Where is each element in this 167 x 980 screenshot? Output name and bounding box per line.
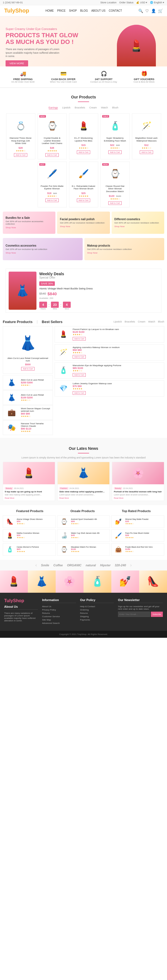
countdown-secs: 4 Secs: [63, 302, 71, 310]
footer-link-returns[interactable]: Returns: [42, 612, 76, 614]
nav-about[interactable]: ABOUT US: [91, 9, 106, 12]
add-to-cart-button[interactable]: Add to Cart: [108, 201, 121, 205]
fp-tab-cream[interactable]: Cream: [138, 320, 145, 323]
footer-link-sitemap[interactable]: Site Map: [42, 619, 76, 621]
language-selector[interactable]: 🌐 English ▾: [150, 1, 164, 4]
promo-shop-now[interactable]: Shop Now: [87, 251, 161, 254]
weekly-deals-discount: SAVE 30%: [39, 282, 55, 286]
fp-tab-watch[interactable]: Watch: [148, 320, 155, 323]
fp-tab-blush[interactable]: Blush: [158, 320, 164, 323]
product-image: 🪄: [135, 116, 157, 135]
add-to-cart-button[interactable]: Add to Cart: [108, 150, 121, 154]
prev-brand-arrow[interactable]: ‹: [35, 563, 37, 568]
promo-shop-now[interactable]: Shop Now: [6, 226, 53, 229]
gallery-item: 🌸: [56, 571, 84, 593]
footer-link-ordering[interactable]: Ordering: [80, 609, 114, 611]
tab-bracelets[interactable]: Bracelets: [75, 106, 85, 109]
fp-tab-bracelets[interactable]: Bracelets: [125, 320, 135, 323]
feature-shipping-desc: On All Order Over $100: [3, 81, 43, 83]
product-old-price: $180: [116, 195, 121, 197]
tab-watch[interactable]: Watch: [101, 106, 108, 109]
user-icon[interactable]: 👤: [151, 9, 156, 13]
promo-shop-now[interactable]: Shop Now: [114, 225, 161, 228]
promo-shop-now[interactable]: Shop Now: [6, 251, 80, 254]
news-image: 💄: [3, 462, 55, 484]
next-brand-arrow[interactable]: ›: [130, 563, 132, 568]
fp-right-price: $85 $100: [73, 367, 162, 369]
footer-link-help[interactable]: Help & Contact: [80, 605, 114, 608]
hero-cta-button[interactable]: VIEW MORE: [6, 60, 28, 67]
secs-box: 4: [63, 302, 71, 308]
add-to-cart-button[interactable]: Add to Cart: [45, 153, 58, 157]
add-to-cart-button[interactable]: Add to Cart: [140, 150, 153, 154]
fp-right-add-cart[interactable]: Add to Cart: [73, 355, 86, 359]
add-to-cart-button[interactable]: Add to Cart: [45, 199, 58, 202]
top-bar-right: Store Location Order Status 💰 USD ▾ 🌐 En…: [100, 1, 164, 4]
countdown-mins: 23 Mins: [51, 302, 59, 310]
footer-link-search[interactable]: Advanced Search: [42, 622, 76, 624]
product-card: 🖌️ E.L. Retractable Kabuki Face Woman Br…: [69, 162, 98, 207]
order-status[interactable]: Order Status: [119, 1, 133, 4]
currency-selector[interactable]: 💰 USD ▾: [136, 1, 147, 4]
news-section: Our Lates News Lorem ipsum is simply dum…: [0, 438, 167, 505]
cart-icon[interactable]: 🛒: [158, 9, 163, 13]
feature-gift-desc: Cool & Best All Week: [124, 81, 164, 83]
newsletter-subscribe-button[interactable]: Subscribe: [151, 612, 163, 617]
brand-coffee: Coffee: [53, 563, 63, 567]
wishlist-icon[interactable]: ♡: [145, 9, 149, 13]
product-stars: ★★★★☆: [103, 198, 127, 200]
fp-right-add-cart[interactable]: Add to Cart: [73, 391, 86, 395]
footer-link-about[interactable]: About Us: [42, 605, 76, 608]
add-to-cart-button[interactable]: Add to Cart: [14, 153, 27, 157]
tab-cream[interactable]: Cream: [89, 106, 97, 109]
feature-cashback-desc: When You Use Credit Card: [43, 81, 84, 83]
news-category: Fashion: [59, 487, 69, 490]
footer-link-service[interactable]: Customer Service: [42, 615, 76, 618]
fp-tab-lipstick[interactable]: Lipstick: [114, 320, 122, 323]
footer-link-privacy[interactable]: Privacy Policy: [42, 609, 76, 611]
read-more-link[interactable]: Read More: [59, 497, 108, 499]
onsale-products-col: ⌚ Android Sport Smartwatch 4th $99 ★★★★☆…: [57, 515, 110, 556]
footer-link-shipping[interactable]: Shipping: [80, 615, 114, 618]
fp-right-add-cart[interactable]: Add to Cart: [73, 373, 86, 377]
read-more-link[interactable]: Read More: [114, 497, 162, 499]
tab-earrings[interactable]: Earrings: [49, 106, 58, 109]
mini-product: 👠 Aluma Vintage Shoes Women $50 ★★★★☆: [3, 515, 56, 528]
store-location[interactable]: Store Location: [100, 1, 116, 4]
nav-shop[interactable]: SHOP: [69, 9, 77, 12]
logo[interactable]: TulyShop: [4, 8, 29, 14]
nav-blog[interactable]: BLOG: [80, 9, 88, 12]
footer-link-returns2[interactable]: Returns: [80, 612, 114, 614]
add-to-cart-button[interactable]: Add to Cart: [77, 150, 90, 154]
footer-info-title: Information: [42, 598, 76, 603]
fp-right-info: Applying cosmetics Makeup Woman or mediu…: [73, 346, 162, 359]
mini-price: $35: [125, 520, 149, 523]
footer-link-payments[interactable]: Payments: [80, 619, 114, 621]
product-price: $18: [47, 192, 51, 195]
countdown-separator: :: [60, 303, 61, 308]
mini-stars: ★★★★☆: [125, 550, 153, 553]
mini-price: $190: [125, 548, 153, 550]
search-icon[interactable]: 🔍: [138, 9, 143, 13]
three-col-section: Featured Products Onsale Products Top Ra…: [0, 505, 167, 560]
mini-image: ⌚: [58, 545, 69, 554]
weekly-deals: 👗 Weekly Deals Special Offer SAVE 30% At…: [6, 269, 161, 313]
news-title: 5 top make up are going up in front: [5, 490, 53, 493]
product-card: NEW ⌚ Classic Round Dial Silver Woman De…: [101, 162, 130, 207]
read-more-link[interactable]: Read More: [5, 497, 53, 499]
nav-price[interactable]: PRICE: [57, 9, 66, 12]
hero-title-line3: AS YOU DO !: [35, 38, 74, 45]
fp-main-add-cart[interactable]: Add to Cart: [21, 367, 34, 371]
nav-contact[interactable]: CONTACT: [109, 9, 122, 12]
product-image: 💍: [10, 116, 32, 135]
gallery-item: 🧴: [84, 571, 111, 593]
promo-shop-now[interactable]: Shop Now: [60, 225, 107, 228]
mini-stars: ★★★★☆: [71, 523, 97, 525]
fp-right-add-cart[interactable]: Add to Cart: [73, 337, 86, 340]
tab-lipstick[interactable]: Lipstick: [62, 106, 71, 109]
news-image: 🌸: [112, 462, 164, 484]
nav-home[interactable]: HOME: [45, 9, 54, 12]
tab-blush[interactable]: Blush: [112, 106, 119, 109]
add-to-cart-button[interactable]: Add to Cart: [77, 199, 90, 202]
newsletter-email-input[interactable]: [118, 612, 150, 617]
